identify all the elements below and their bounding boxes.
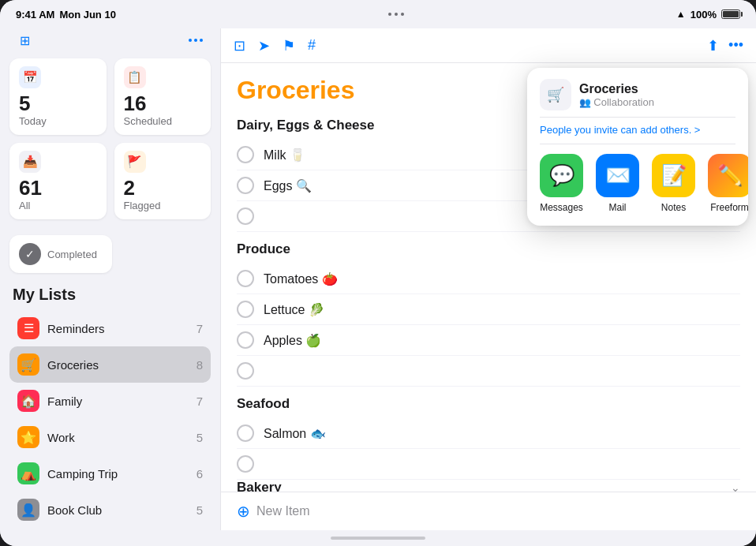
reminders-icon: ☰: [17, 317, 39, 339]
sidebar-more-button[interactable]: [184, 28, 208, 52]
hashtag-icon[interactable]: #: [308, 37, 316, 54]
bookclub-count: 5: [196, 503, 203, 517]
check-eggs[interactable]: [237, 177, 254, 194]
section-seafood: Seafood: [237, 396, 740, 412]
smart-card-flagged[interactable]: 🚩 2 Flagged: [114, 143, 211, 219]
add-item-row[interactable]: ⊕ New Item: [221, 492, 756, 530]
milk-text: Milk 🥛: [264, 148, 305, 163]
work-count: 5: [196, 431, 203, 444]
check-lettuce[interactable]: [237, 301, 254, 318]
more-icon[interactable]: •••: [728, 37, 743, 54]
toolbar-right: ⬆ •••: [707, 37, 743, 54]
share-title: Groceries: [579, 82, 654, 96]
today-count: 5: [19, 93, 97, 114]
status-bar: 9:41 AM Mon Jun 10 ▲ 100%: [0, 0, 756, 28]
list-item-work[interactable]: ⭐ Work 5: [9, 419, 211, 455]
eggs-text: Eggs 🔍: [264, 178, 312, 193]
messages-icon: 💬: [540, 154, 583, 197]
content-area: ⊡ ➤ ⚑ # ⬆ ••• Groceries Dairy, Eggs & Ch…: [221, 28, 756, 530]
share-invite-text[interactable]: People you invite can add others. >: [527, 118, 748, 144]
work-icon: ⭐: [17, 426, 39, 448]
flag-icon[interactable]: ⚑: [283, 37, 295, 54]
battery-percent: 100%: [691, 9, 717, 21]
reminder-salmon: Salmon 🐟: [237, 418, 740, 449]
scan-icon[interactable]: ⊡: [234, 37, 245, 54]
new-item-label: New Item: [256, 504, 310, 518]
dot2: [395, 13, 398, 16]
seafood-add-row: [237, 449, 740, 480]
status-left: 9:41 AM Mon Jun 10: [16, 9, 116, 21]
location-icon[interactable]: ➤: [258, 37, 270, 54]
reminder-apples: Apples 🍏: [237, 325, 740, 356]
check-tomatoes[interactable]: [237, 270, 254, 287]
notes-label: Notes: [661, 202, 686, 213]
my-lists-title: My Lists: [9, 286, 211, 304]
mail-icon: ✉️: [596, 154, 639, 197]
bookclub-name: Book Club: [47, 503, 189, 517]
sidebar: ⊞ 📅 5 Today 📋 16: [0, 28, 221, 530]
list-item-groceries[interactable]: 🛒 Groceries 8: [9, 346, 211, 383]
share-app-mail[interactable]: ✉️ Mail: [596, 154, 639, 213]
list-item-family[interactable]: 🏠 Family 7: [9, 383, 211, 419]
completed-section: ✓ Completed: [0, 232, 220, 282]
date: Mon Jun 10: [59, 9, 116, 21]
flagged-label: Flagged: [124, 200, 202, 211]
share-app-freeform[interactable]: ✏️ Freeform: [708, 154, 748, 213]
camping-count: 6: [196, 467, 203, 481]
battery-icon: [721, 9, 740, 19]
status-right: ▲ 100%: [676, 9, 740, 21]
check-empty-dairy[interactable]: [237, 208, 254, 225]
list-item-camping[interactable]: ⛺ Camping Trip 6: [9, 455, 211, 492]
wifi-icon: ▲: [676, 9, 686, 20]
share-app-notes[interactable]: 📝 Notes: [652, 154, 695, 213]
check-empty-produce[interactable]: [237, 362, 254, 380]
smart-card-scheduled[interactable]: 📋 16 Scheduled: [114, 58, 211, 135]
all-icon: 📥: [19, 151, 41, 173]
share-list-icon: 🛒: [540, 79, 571, 110]
bookclub-icon: 👤: [17, 499, 39, 521]
share-icon[interactable]: ⬆: [707, 37, 719, 54]
camping-name: Camping Trip: [47, 467, 189, 481]
completed-icon: ✓: [19, 243, 41, 265]
smart-card-today[interactable]: 📅 5 Today: [9, 58, 107, 135]
today-label: Today: [19, 115, 97, 127]
content-toolbar: ⊡ ➤ ⚑ # ⬆ •••: [221, 28, 756, 63]
list-item-reminders[interactable]: ☰ Reminders 7: [9, 310, 211, 346]
scheduled-count: 16: [124, 93, 202, 114]
all-label: All: [19, 200, 97, 211]
share-apps-row: 💬 Messages ✉️ Mail 📝 Notes ✏️ Freeform: [527, 144, 748, 226]
flagged-icon: 🚩: [124, 151, 146, 173]
sidebar-toggle-button[interactable]: ⊞: [13, 28, 36, 52]
check-salmon[interactable]: [237, 424, 254, 442]
device-frame: 9:41 AM Mon Jun 10 ▲ 100% ⊞: [0, 0, 756, 546]
check-apples[interactable]: [237, 331, 254, 349]
smart-card-all[interactable]: 📥 61 All: [9, 143, 107, 219]
mail-label: Mail: [608, 202, 626, 213]
share-app-messages[interactable]: 💬 Messages: [540, 154, 583, 213]
list-item-bookclub[interactable]: 👤 Book Club 5: [9, 492, 211, 528]
freeform-icon: ✏️: [708, 154, 748, 197]
notes-icon: 📝: [652, 154, 695, 197]
work-name: Work: [47, 431, 189, 444]
check-milk[interactable]: [237, 146, 254, 163]
messages-label: Messages: [540, 202, 583, 213]
share-popup: 🛒 Groceries 👥 Collaboration People you i…: [527, 68, 748, 226]
smart-lists-grid: 📅 5 Today 📋 16 Scheduled 📥 61: [0, 52, 220, 232]
lettuce-text: Lettuce 🥬: [264, 302, 324, 317]
reminder-tomatoes: Tomatoes 🍅: [237, 264, 740, 294]
reminders-name: Reminders: [47, 322, 189, 335]
completed-label: Completed: [47, 249, 97, 260]
main-content: ⊞ 📅 5 Today 📋 16: [0, 28, 756, 530]
flagged-count: 2: [124, 178, 202, 198]
dot1: [388, 13, 391, 16]
check-empty-seafood[interactable]: [237, 455, 254, 473]
sidebar-top-bar: ⊞: [0, 28, 220, 52]
dot3: [401, 13, 404, 16]
add-item-plus-icon: ⊕: [237, 502, 250, 521]
completed-card[interactable]: ✓ Completed: [9, 235, 112, 273]
section-produce: Produce: [237, 241, 740, 257]
today-icon: 📅: [19, 66, 41, 88]
home-bar: [331, 537, 425, 540]
salmon-text: Salmon 🐟: [264, 426, 326, 441]
apples-text: Apples 🍏: [264, 333, 321, 348]
